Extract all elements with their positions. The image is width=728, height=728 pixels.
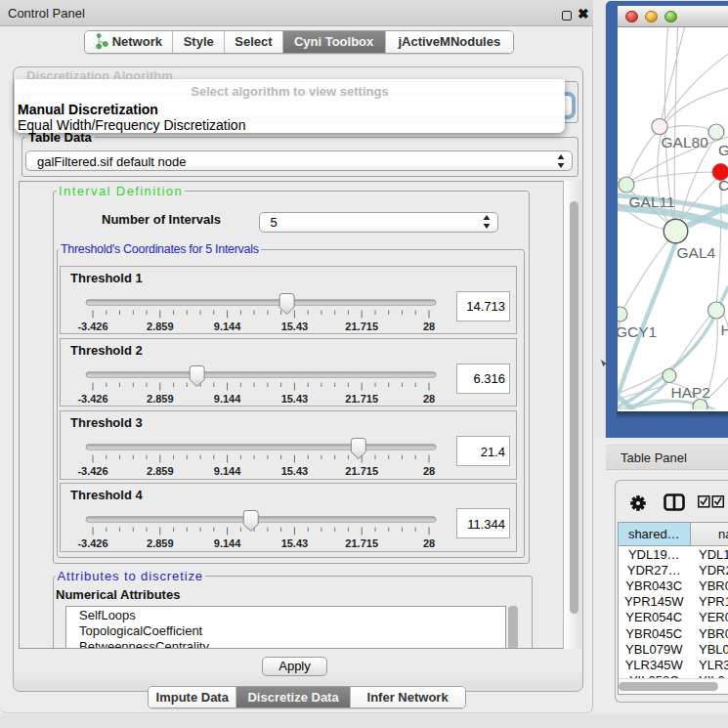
svg-text:H: H xyxy=(720,321,728,338)
svg-text:-3.426: -3.426 xyxy=(77,321,107,332)
svg-text:GAL11: GAL11 xyxy=(628,193,674,210)
svg-text:GAL80: GAL80 xyxy=(661,134,708,150)
svg-text:GA: GA xyxy=(718,142,728,158)
svg-text:15.43: 15.43 xyxy=(281,321,309,332)
svg-text:21.715: 21.715 xyxy=(345,321,378,332)
svg-text:21.715: 21.715 xyxy=(345,465,378,477)
svg-text:9.144: 9.144 xyxy=(214,465,241,477)
svg-text:C: C xyxy=(718,177,728,193)
svg-text:GAL4: GAL4 xyxy=(676,244,715,261)
svg-text:-3.426: -3.426 xyxy=(77,537,107,549)
svg-text:28: 28 xyxy=(423,321,435,332)
svg-text:HAP2: HAP2 xyxy=(670,384,710,401)
svg-text:2.859: 2.859 xyxy=(147,465,174,477)
svg-text:GCY1: GCY1 xyxy=(618,323,657,340)
svg-text:2.859: 2.859 xyxy=(147,393,174,405)
svg-text:28: 28 xyxy=(423,465,435,477)
svg-text:28: 28 xyxy=(423,537,435,549)
svg-text:2.859: 2.859 xyxy=(147,321,174,332)
svg-text:-3.426: -3.426 xyxy=(77,465,107,477)
svg-text:9.144: 9.144 xyxy=(214,321,241,332)
svg-text:-3.426: -3.426 xyxy=(77,393,107,405)
svg-text:9.144: 9.144 xyxy=(214,537,241,549)
svg-text:15.43: 15.43 xyxy=(281,393,309,405)
svg-text:9.144: 9.144 xyxy=(214,393,241,405)
svg-text:21.715: 21.715 xyxy=(345,393,378,405)
svg-text:28: 28 xyxy=(423,393,435,405)
svg-text:21.715: 21.715 xyxy=(345,537,378,549)
svg-text:15.43: 15.43 xyxy=(281,465,309,477)
svg-text:15.43: 15.43 xyxy=(281,537,309,549)
svg-text:2.859: 2.859 xyxy=(147,537,174,549)
